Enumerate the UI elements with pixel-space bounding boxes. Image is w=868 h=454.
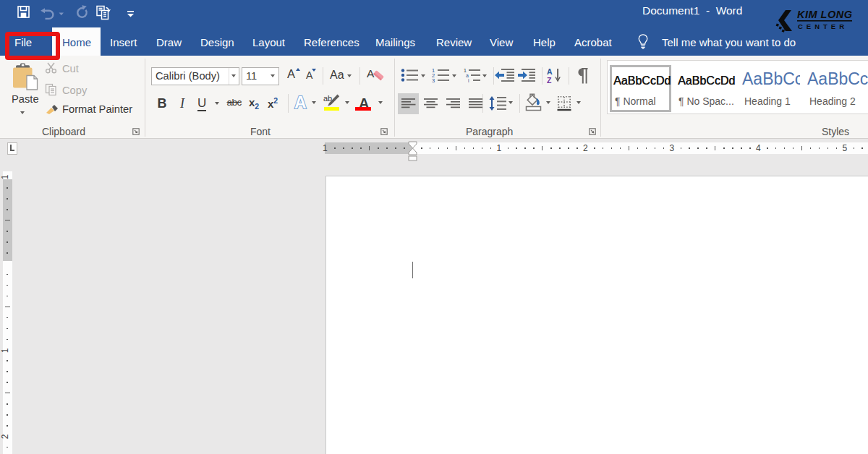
svg-text:A: A <box>547 67 553 76</box>
svg-text:CENTER: CENTER <box>798 22 848 30</box>
svg-text:a: a <box>466 73 469 78</box>
svg-text:1: 1 <box>464 68 467 73</box>
svg-text:i: i <box>468 78 469 83</box>
svg-text:KIM LONG: KIM LONG <box>797 9 853 20</box>
svg-text:Z: Z <box>547 76 552 84</box>
svg-text:3: 3 <box>432 77 435 83</box>
svg-text:A: A <box>294 93 307 111</box>
